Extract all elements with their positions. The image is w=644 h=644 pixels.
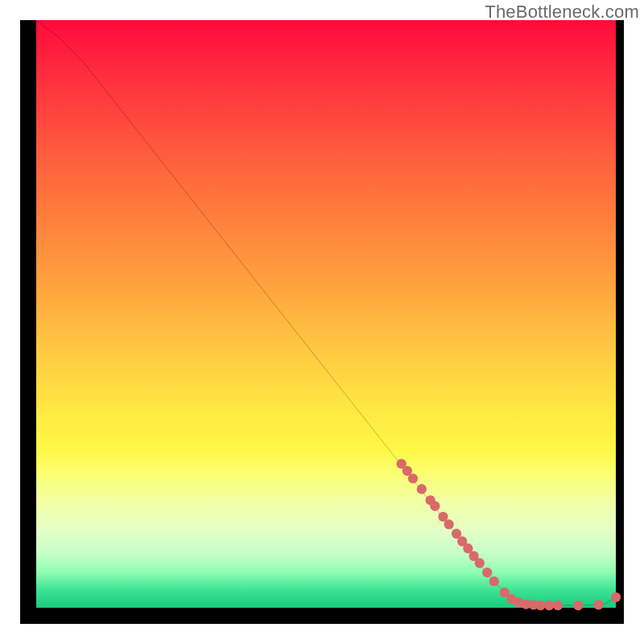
watermark-text: TheBottleneck.com <box>485 2 639 23</box>
plot-area <box>36 20 616 608</box>
data-dot <box>475 558 485 568</box>
data-dot <box>535 601 545 610</box>
data-dot <box>611 592 621 602</box>
curve-path <box>36 20 616 605</box>
data-dot <box>553 601 563 610</box>
chart-svg <box>36 20 616 608</box>
data-dot <box>573 601 583 610</box>
data-dot <box>593 600 603 609</box>
data-dot <box>430 502 440 511</box>
chart-container: TheBottleneck.com <box>0 0 644 644</box>
plot-frame <box>20 20 624 624</box>
data-dot <box>544 601 554 610</box>
data-dot <box>444 519 454 529</box>
dot-group <box>396 459 621 610</box>
data-dot <box>417 484 427 493</box>
data-dot <box>482 568 492 577</box>
data-dot <box>408 473 418 483</box>
data-dot <box>489 576 499 586</box>
